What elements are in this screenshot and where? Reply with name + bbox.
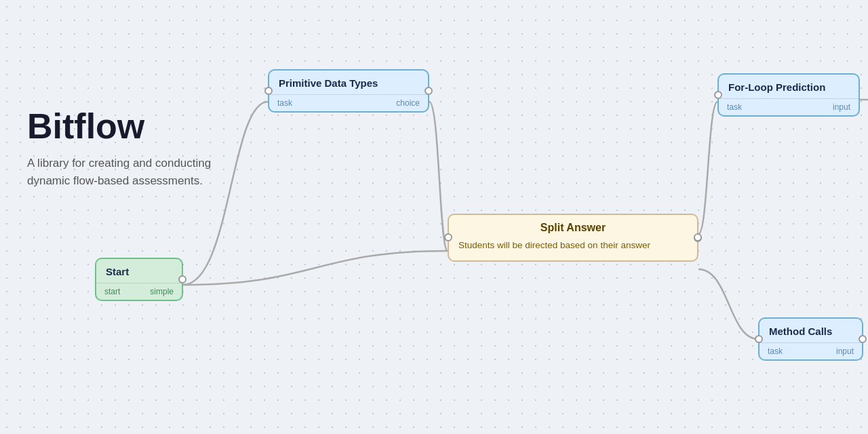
method-node-header: Method Calls: [760, 319, 862, 342]
method-tag2: input: [836, 347, 854, 356]
primitive-node-header: Primitive Data Types: [269, 71, 428, 94]
method-tag1: task: [768, 347, 783, 356]
forloop-left-dot: [714, 91, 722, 99]
primitive-tag1: task: [277, 98, 292, 108]
start-tag1: start: [104, 287, 120, 296]
split-node-body: Students will be directed based on their…: [449, 239, 697, 260]
start-node-header: Start: [96, 259, 182, 283]
method-node-footer: task input: [760, 342, 862, 359]
start-node-footer: start simple: [96, 283, 182, 300]
primitive-right-dot: [425, 87, 433, 95]
split-bottom-right-dot: [694, 233, 702, 241]
split-node[interactable]: Split Answer Students will be directed b…: [448, 214, 698, 262]
method-right-dot: [859, 335, 867, 343]
start-right-dot: [178, 275, 186, 283]
forloop-tag2: input: [833, 102, 850, 112]
primitive-node-footer: task choice: [269, 94, 428, 111]
forloop-node-header: For-Loop Prediction: [719, 75, 859, 98]
primitive-left-dot: [264, 87, 273, 95]
start-node[interactable]: Start start simple: [95, 258, 183, 301]
branding-section: Bitflow A library for creating and condu…: [27, 108, 244, 189]
app-title: Bitflow: [27, 108, 244, 144]
start-tag2: simple: [150, 287, 174, 296]
primitive-tag2: choice: [396, 98, 420, 108]
forloop-tag1: task: [727, 102, 742, 112]
method-left-dot: [755, 335, 763, 343]
primitive-node[interactable]: Primitive Data Types task choice: [268, 69, 429, 113]
forloop-node[interactable]: For-Loop Prediction task input: [717, 73, 860, 117]
split-node-header: Split Answer: [449, 215, 697, 239]
method-node[interactable]: Method Calls task input: [758, 317, 863, 361]
flow-connections: [0, 0, 868, 434]
forloop-node-footer: task input: [719, 98, 859, 115]
split-left-dot: [444, 233, 452, 241]
app-subtitle: A library for creating and conducting dy…: [27, 155, 244, 189]
